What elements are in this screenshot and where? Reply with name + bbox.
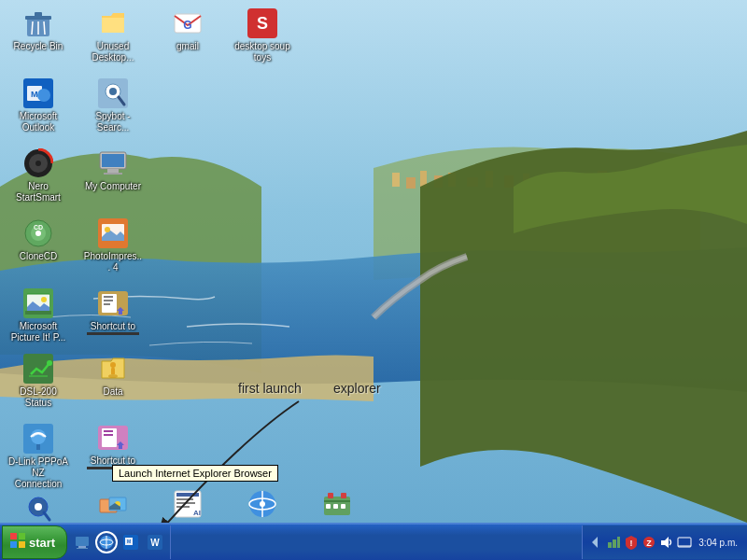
desktop-icon-dsl[interactable]: DSL-200 Status (5, 350, 72, 413)
desktop-icon-gmail[interactable]: G gmail (154, 5, 221, 56)
desktop-icon-clonecd[interactable]: CD CloneCD (5, 215, 72, 266)
svg-point-51 (105, 227, 110, 232)
show-desktop-button[interactable] (71, 531, 93, 553)
spybot-label: Spybot - Searc... (83, 111, 143, 133)
svg-rect-43 (107, 169, 119, 173)
tooltip-launch-ie: Launch Internet Explorer Browser (112, 465, 278, 482)
tray-taskbar-icon[interactable] (677, 535, 692, 550)
svg-rect-82 (176, 506, 190, 508)
desktop-icon-bottom5[interactable] (303, 485, 371, 523)
svg-point-73 (35, 503, 42, 511)
svg-point-54 (41, 297, 47, 302)
dlink-label: D-Link PPPoA NZ Connection (8, 456, 68, 490)
svg-rect-93 (333, 504, 338, 509)
quick-launch-bar: M W (67, 525, 171, 559)
start-label: start (29, 536, 55, 550)
svg-rect-117 (661, 540, 665, 545)
unused-desktop-label: Unused Desktop... (83, 41, 143, 63)
word-quick-button[interactable]: W (144, 531, 166, 553)
svg-rect-44 (104, 173, 122, 175)
svg-rect-97 (10, 541, 17, 548)
svg-rect-91 (324, 500, 350, 502)
svg-line-74 (44, 512, 49, 520)
gmail-label: gmail (158, 41, 218, 52)
desktop-icon-soup-toys[interactable]: S desktop soup toys (229, 5, 296, 67)
taskbar: start M W (0, 523, 747, 560)
desktop-icon-bottom1[interactable] (5, 490, 72, 523)
svg-point-32 (37, 89, 50, 102)
svg-rect-81 (176, 502, 195, 504)
svg-rect-112 (613, 539, 616, 548)
desktop-icon-ms-picture[interactable]: Microsoft Picture It! P... (5, 285, 72, 347)
svg-point-87 (260, 501, 265, 507)
desktop-icon-my-computer[interactable]: My Computer (79, 145, 147, 196)
desktop-icon-photoimpress[interactable]: PhotoImpres... 4 (79, 215, 147, 277)
svg-rect-1 (392, 173, 400, 187)
desktop-icon-bottom4[interactable] (229, 485, 296, 523)
svg-rect-67 (36, 444, 40, 450)
svg-rect-80 (176, 498, 193, 500)
outlook-label: Microsoft Outlook (8, 111, 68, 133)
svg-rect-60 (104, 303, 110, 305)
svg-text:S: S (257, 14, 268, 33)
svg-rect-89 (328, 493, 333, 498)
annotation-explorer: explorer (333, 381, 381, 396)
desktop-icon-bottom2[interactable] (79, 490, 147, 523)
desktop-icon-shortcut[interactable]: Shortcut to (79, 285, 147, 339)
desktop-icon-outlook[interactable]: M Microsoft Outlook (5, 75, 72, 137)
tray-antivirus-icon[interactable]: ! (624, 535, 639, 550)
svg-rect-111 (608, 542, 612, 548)
desktop-icon-nero[interactable]: Nero StartSmart (5, 145, 72, 207)
desktop-icon-recycle-bin[interactable]: Recycle Bin (5, 5, 72, 56)
svg-text:CD: CD (34, 224, 43, 231)
svg-text:Z: Z (647, 539, 653, 548)
nero-label: Nero StartSmart (8, 181, 68, 203)
desktop-icon-dlink[interactable]: D-Link PPPoA NZ Connection (5, 420, 72, 494)
dsl-label: DSL-200 Status (8, 386, 68, 409)
tray-red-icon[interactable]: Z (641, 535, 656, 550)
svg-rect-119 (678, 545, 691, 547)
shortcut-label: Shortcut to (83, 321, 143, 332)
svg-rect-58 (104, 296, 113, 298)
clonecd-label: CloneCD (8, 251, 68, 262)
taskbar-items (171, 525, 582, 559)
outlook-quick-button[interactable]: M (120, 531, 142, 553)
tray-volume-icon[interactable] (659, 535, 674, 550)
tray-back-button[interactable] (588, 535, 603, 550)
system-tray: ! Z 3:04 p.m. (582, 525, 747, 559)
svg-text:!: ! (630, 539, 633, 548)
windows-logo-icon (10, 533, 25, 552)
recycle-bin-label: Recycle Bin (8, 41, 68, 52)
system-clock: 3:04 p.m. (695, 538, 741, 548)
desktop-icon-data[interactable]: Data (79, 350, 147, 401)
svg-rect-101 (77, 548, 88, 549)
soup-toys-label: desktop soup toys (233, 41, 292, 63)
start-button[interactable]: start (2, 525, 67, 559)
svg-rect-55 (25, 311, 51, 315)
svg-rect-25 (102, 18, 124, 33)
desktop: Recycle Bin Unused Desktop... G gmail S (0, 0, 747, 523)
tray-network-icon[interactable] (606, 535, 621, 550)
svg-rect-113 (617, 537, 620, 548)
svg-rect-99 (76, 537, 89, 546)
svg-rect-95 (10, 533, 17, 539)
data-label: Data (83, 386, 143, 398)
desktop-icon-spybot[interactable]: Spybot - Searc... (79, 75, 147, 137)
desktop-icon-unused-desktop[interactable]: Unused Desktop... (79, 5, 147, 67)
svg-marker-110 (592, 537, 598, 548)
svg-text:AI: AI (193, 509, 201, 517)
svg-rect-71 (104, 434, 113, 436)
photoimpress-label: PhotoImpres... 4 (83, 251, 143, 273)
svg-rect-42 (102, 154, 124, 167)
ms-picture-label: Microsoft Picture It! P... (8, 321, 68, 343)
annotation-first-launch: first launch (238, 381, 302, 396)
svg-rect-100 (78, 546, 86, 548)
svg-rect-98 (19, 541, 25, 548)
svg-rect-59 (104, 300, 113, 301)
svg-point-47 (35, 231, 41, 236)
svg-line-22 (32, 21, 33, 35)
ie-quick-launch-button[interactable] (95, 531, 118, 553)
desktop-icon-bottom3[interactable]: AI (154, 485, 221, 523)
svg-rect-94 (341, 504, 345, 509)
svg-rect-79 (176, 493, 199, 497)
